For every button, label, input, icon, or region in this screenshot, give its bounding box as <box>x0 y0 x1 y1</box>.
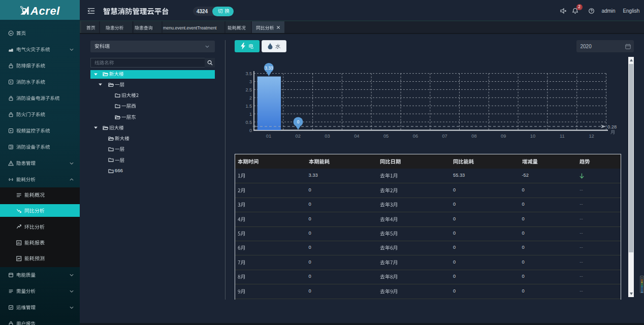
svg-text:0: 0 <box>297 119 300 124</box>
svg-text:04: 04 <box>354 134 359 139</box>
svg-text:3: 3 <box>249 79 252 84</box>
svg-text:1: 1 <box>249 112 252 117</box>
svg-text:0.5: 0.5 <box>245 120 252 125</box>
svg-text:08: 08 <box>471 134 476 139</box>
svg-text:3.5: 3.5 <box>245 71 252 76</box>
svg-text:0: 0 <box>249 128 252 133</box>
svg-text:2.5: 2.5 <box>245 87 252 92</box>
svg-text:02: 02 <box>296 134 301 139</box>
svg-text:2: 2 <box>249 95 252 101</box>
svg-text:09: 09 <box>501 134 506 139</box>
svg-text:10: 10 <box>530 134 535 139</box>
svg-text:05: 05 <box>383 134 389 139</box>
svg-text:3.33: 3.33 <box>265 66 273 71</box>
svg-text:03: 03 <box>325 134 330 139</box>
svg-text:12: 12 <box>589 134 594 139</box>
svg-text:11: 11 <box>560 134 565 139</box>
svg-text:1.5: 1.5 <box>245 104 252 109</box>
svg-text:01: 01 <box>266 134 271 139</box>
svg-text:07: 07 <box>442 134 447 139</box>
svg-text:06: 06 <box>413 134 418 139</box>
